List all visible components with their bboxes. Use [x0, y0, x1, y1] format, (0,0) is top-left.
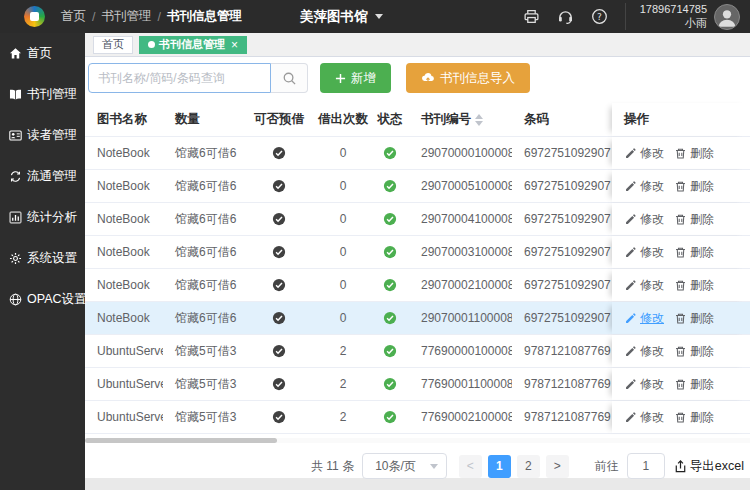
table-row[interactable]: NoteBook 馆藏6可借6 0 29070000100008 697: [85, 137, 750, 170]
headset-icon[interactable]: [557, 8, 574, 25]
tab-label: 书刊信息管理: [159, 37, 225, 52]
page-button-2[interactable]: 2: [517, 455, 540, 478]
edit-icon: [624, 180, 637, 193]
delete-link[interactable]: 删除: [674, 310, 714, 327]
table-row[interactable]: NoteBook 馆藏6可借6 0 29070002100008 697: [85, 269, 750, 302]
help-icon[interactable]: ?: [591, 8, 608, 25]
table-row[interactable]: UbuntuServer 馆藏5可借3 2 77690000100008: [85, 335, 750, 368]
cell-borrow-count: 0: [315, 278, 371, 292]
cell-book-name: NoteBook: [85, 212, 163, 226]
edit-link[interactable]: 修改: [624, 409, 664, 426]
next-page-button[interactable]: >: [546, 455, 569, 478]
app-logo-icon[interactable]: [24, 6, 45, 27]
sort-icon[interactable]: [475, 114, 483, 126]
cell-book-number: 29070003100008: [409, 245, 512, 259]
edit-link[interactable]: 修改: [624, 178, 664, 195]
tab-book-info-mgmt[interactable]: 书刊信息管理 ×: [139, 36, 247, 54]
cell-reservable: [243, 278, 315, 293]
sidebar-item-book-mgmt[interactable]: 书刊管理: [0, 74, 85, 115]
edit-link[interactable]: 修改: [624, 376, 664, 393]
cell-barcode: 6972751092907: [512, 146, 612, 160]
breadcrumb-home[interactable]: 首页: [61, 8, 86, 25]
cell-borrow-count: 0: [315, 146, 371, 160]
edit-icon: [624, 378, 637, 391]
delete-link[interactable]: 删除: [674, 277, 714, 294]
reservable-check-icon: [272, 212, 286, 226]
page-button-1[interactable]: 1: [488, 455, 511, 478]
header-borrow-count: 借出次数: [315, 111, 371, 128]
search-button[interactable]: [271, 63, 308, 93]
delete-link[interactable]: 删除: [674, 244, 714, 261]
horizontal-scrollbar[interactable]: [85, 438, 750, 443]
delete-link[interactable]: 删除: [674, 211, 714, 228]
cell-book-number: 29070005100008: [409, 179, 512, 193]
sidebar-item-reader-mgmt[interactable]: 读者管理: [0, 115, 85, 156]
edit-link[interactable]: 修改: [624, 277, 664, 294]
add-button[interactable]: 新增: [320, 63, 391, 93]
table-row[interactable]: NoteBook 馆藏6可借6 0 29070005100008 697: [85, 170, 750, 203]
table-row[interactable]: UbuntuServer 馆藏5可借3 2 77690002100008: [85, 401, 750, 434]
trash-icon: [674, 213, 687, 226]
cell-reservable: [243, 410, 315, 425]
breadcrumb-separator: /: [157, 10, 160, 24]
sidebar-item-label: 读者管理: [27, 127, 77, 144]
cell-actions: 修改 删除: [612, 302, 750, 334]
edit-link[interactable]: 修改: [624, 244, 664, 261]
delete-link[interactable]: 删除: [674, 376, 714, 393]
goto-page-input[interactable]: [627, 453, 665, 479]
page-size-select[interactable]: 10条/页: [362, 453, 447, 479]
edit-link[interactable]: 修改: [624, 343, 664, 360]
cell-book-number: 77690001100008: [409, 377, 512, 391]
avatar[interactable]: [714, 4, 740, 30]
delete-link[interactable]: 删除: [674, 178, 714, 195]
tab-home[interactable]: 首页: [93, 36, 133, 54]
prev-page-button[interactable]: <: [459, 455, 482, 478]
header-status: 状态: [371, 111, 409, 128]
table-row[interactable]: UbuntuServer 馆藏5可借3 2 77690001100008: [85, 368, 750, 401]
sidebar: 首页 书刊管理 读者管理 流通管理 统计分析: [0, 33, 85, 490]
sidebar-item-settings[interactable]: 系统设置: [0, 238, 85, 279]
edit-link[interactable]: 修改: [624, 145, 664, 162]
goto-label: 前往: [595, 458, 619, 475]
breadcrumb-book-mgmt[interactable]: 书刊管理: [101, 8, 151, 25]
delete-link[interactable]: 删除: [674, 145, 714, 162]
cell-quantity: 馆藏5可借3: [163, 409, 243, 426]
import-button-label: 书刊信息导入: [440, 70, 515, 87]
tab-label: 首页: [102, 37, 124, 52]
edit-icon: [624, 279, 637, 292]
cell-book-number: 29070000100008: [409, 146, 512, 160]
header-book-number[interactable]: 书刊编号: [409, 111, 512, 128]
main-area: 首页 书刊信息管理 × 新增: [85, 33, 750, 490]
table-row[interactable]: NoteBook 馆藏6可借6 0 29070001100008 697: [85, 302, 750, 335]
search-input[interactable]: [88, 63, 271, 93]
pagination-bar: 共 11 条 10条/页 < 1 2 > 前往 导出excel: [85, 453, 750, 479]
delete-label: 删除: [690, 310, 714, 327]
table-row[interactable]: NoteBook 馆藏6可借6 0 29070004100008 697: [85, 203, 750, 236]
import-button[interactable]: 书刊信息导入: [406, 63, 530, 93]
close-icon[interactable]: ×: [231, 39, 238, 51]
edit-link[interactable]: 修改: [624, 211, 664, 228]
edit-link[interactable]: 修改: [624, 310, 664, 327]
user-info[interactable]: 17896714785 小雨: [625, 3, 740, 31]
edit-icon: [624, 345, 637, 358]
status-ok-icon: [383, 377, 397, 391]
cell-borrow-count: 0: [315, 311, 371, 325]
header-reservable: 可否预借: [243, 111, 315, 128]
table-header: 图书名称 数量 可否预借 借出次数 状态 书刊编号 条码 操作: [85, 103, 750, 137]
scrollbar-thumb[interactable]: [85, 438, 277, 443]
table-row[interactable]: NoteBook 馆藏6可借6 0 29070003100008 697: [85, 236, 750, 269]
export-label: 导出excel: [690, 458, 744, 475]
sidebar-item-circulation-mgmt[interactable]: 流通管理: [0, 156, 85, 197]
sidebar-item-statistics[interactable]: 统计分析: [0, 197, 85, 238]
printer-icon[interactable]: [523, 8, 540, 25]
cell-borrow-count: 2: [315, 344, 371, 358]
sidebar-item-home[interactable]: 首页: [0, 33, 85, 74]
sidebar-item-opac-settings[interactable]: OPAC设置: [0, 279, 85, 320]
export-excel-button[interactable]: 导出excel: [673, 458, 744, 475]
library-title-dropdown[interactable]: 美萍图书馆: [300, 0, 383, 33]
reservable-check-icon: [272, 311, 286, 325]
delete-link[interactable]: 删除: [674, 343, 714, 360]
toolbar: 新增 书刊信息导入: [88, 63, 750, 93]
header-quantity: 数量: [163, 111, 243, 128]
delete-link[interactable]: 删除: [674, 409, 714, 426]
